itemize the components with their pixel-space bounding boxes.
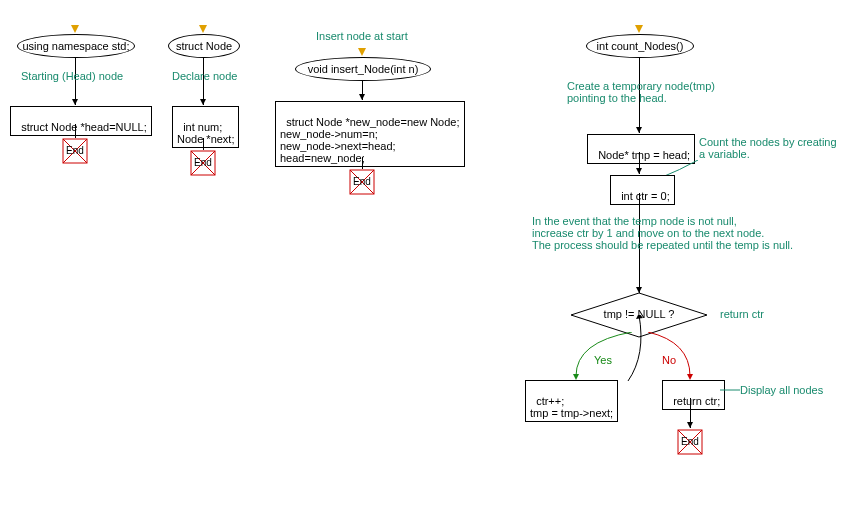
annotation-display-all: Display all nodes: [740, 384, 823, 396]
annotation-loop-desc: In the event that the temp node is not n…: [532, 215, 793, 251]
rect-ctr-zero: int ctr = 0;: [610, 175, 675, 205]
end-3-label: End: [349, 176, 375, 187]
line-3b: [362, 157, 363, 169]
ellipse-count-nodes: int count_Nodes(): [586, 34, 694, 58]
line-1b: [75, 124, 76, 138]
arrowhead-4d: [687, 422, 693, 428]
start-arrow-4: [635, 25, 643, 33]
annotation-return-ctr: return ctr: [720, 308, 764, 320]
arrowhead-4b: [636, 168, 642, 174]
loop-back-edge: [622, 315, 650, 383]
svg-marker-12: [636, 315, 643, 319]
arrowhead-2a: [200, 99, 206, 105]
yes-label: Yes: [594, 354, 612, 366]
start-arrow-3: [358, 48, 366, 56]
rect-insert-body: struct Node *new_node=new Node; new_node…: [275, 101, 465, 167]
end-4-label: End: [677, 436, 703, 447]
ellipse-insert-node-text: void insert_Node(int n): [308, 63, 419, 75]
end-2-label: End: [190, 157, 216, 168]
rect-ctr-zero-text: int ctr = 0;: [621, 190, 670, 202]
annotation-declare-node: Declare node: [172, 70, 237, 82]
annotation-tmp-create: Create a temporary node(tmp) pointing to…: [567, 80, 715, 104]
rect-no-return: return ctr;: [662, 380, 725, 410]
start-arrow-2: [199, 25, 207, 33]
ellipse-count-nodes-text: int count_Nodes(): [597, 40, 684, 52]
ellipse-insert-node: void insert_Node(int n): [295, 57, 431, 81]
ellipse-namespace-text: using namespace std;: [22, 40, 129, 52]
rect-head-null: struct Node *head=NULL;: [10, 106, 152, 136]
rect-yes-body: ctr++; tmp = tmp->next;: [525, 380, 618, 422]
rect-insert-body-text: struct Node *new_node=new Node; new_node…: [280, 116, 460, 164]
ellipse-namespace: using namespace std;: [17, 34, 135, 58]
end-1-label: End: [62, 145, 88, 156]
arrowhead-4a: [636, 127, 642, 133]
no-label: No: [662, 354, 676, 366]
rect-node-fields: int num; Node *next;: [172, 106, 239, 148]
annotation-insert-start: Insert node at start: [316, 30, 408, 42]
arrowhead-1a: [72, 99, 78, 105]
line-2b: [203, 138, 204, 150]
display-leader: [720, 384, 740, 396]
annotation-count-var: Count the nodes by creating a variable.: [699, 136, 837, 160]
rect-no-return-text: return ctr;: [673, 395, 720, 407]
rect-yes-body-text: ctr++; tmp = tmp->next;: [530, 395, 613, 419]
rect-head-null-text: struct Node *head=NULL;: [21, 121, 147, 133]
annotation-head-node: Starting (Head) node: [21, 70, 123, 82]
arrowhead-3a: [359, 94, 365, 100]
ellipse-struct-node: struct Node: [168, 34, 240, 58]
rect-node-fields-text: int num; Node *next;: [177, 121, 234, 145]
ellipse-struct-node-text: struct Node: [176, 40, 232, 52]
start-arrow-1: [71, 25, 79, 33]
